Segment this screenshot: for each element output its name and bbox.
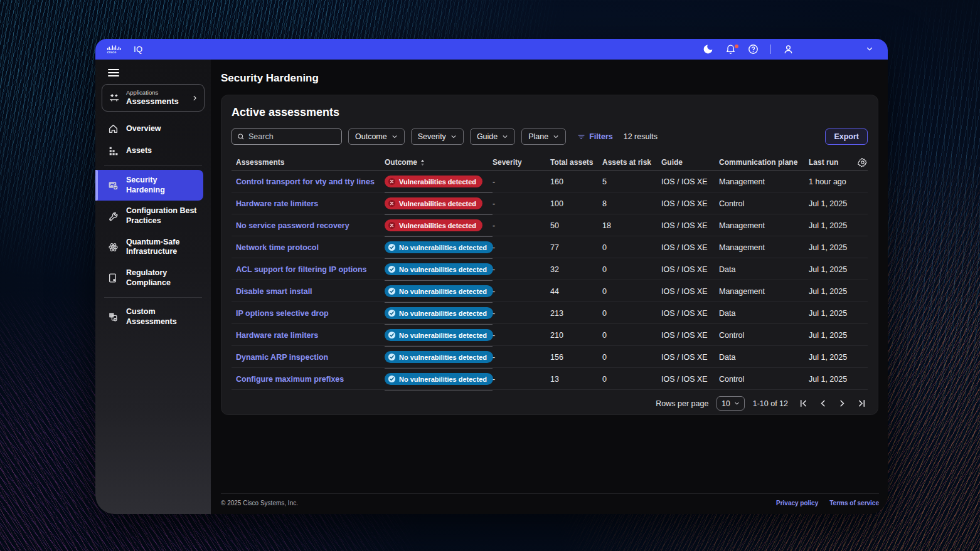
sidebar-item-assets[interactable]: Assets bbox=[95, 140, 203, 162]
prev-page-button[interactable] bbox=[818, 399, 828, 408]
outcome-badge: No vulnerabilities detected bbox=[385, 307, 493, 319]
table-row: No service password recovery Vulnerabili… bbox=[232, 214, 868, 236]
outcome-badge: Vulnerabilities detected bbox=[385, 219, 482, 231]
assessment-link[interactable]: Network time protocol bbox=[236, 243, 319, 252]
outcome-badge-label: No vulnerabilities detected bbox=[399, 375, 487, 383]
sidebar-item-quantum-safe-infrastructure[interactable]: Quantum-Safe Infrastructure bbox=[95, 232, 203, 263]
outcome-badge: Vulnerabilities detected bbox=[385, 197, 482, 209]
doc-icon bbox=[108, 273, 119, 283]
help-icon[interactable] bbox=[748, 44, 759, 55]
sidebar-item-regulatory-compliance[interactable]: Regulatory Compliance bbox=[95, 263, 203, 293]
total-assets-cell: 213 bbox=[550, 309, 602, 318]
total-assets-cell: 156 bbox=[550, 353, 602, 362]
atom-icon bbox=[108, 242, 119, 253]
severity-cell: - bbox=[493, 353, 550, 362]
column-header-communication-plane[interactable]: Communication plane bbox=[719, 158, 809, 167]
assessment-link[interactable]: Disable smart install bbox=[236, 287, 312, 296]
guide-cell: IOS / IOS XE bbox=[661, 243, 719, 252]
assets-at-risk-cell: 0 bbox=[602, 375, 661, 384]
user-account-icon[interactable] bbox=[783, 44, 794, 55]
assessment-link[interactable]: Hardware rate limiters bbox=[236, 331, 318, 340]
outcome-badge-label: No vulnerabilities detected bbox=[399, 244, 487, 251]
sidebar-item-overview[interactable]: Overview bbox=[95, 118, 203, 140]
last-page-button[interactable] bbox=[857, 399, 866, 408]
page-size-value: 10 bbox=[722, 399, 730, 408]
column-header-total-assets[interactable]: Total assets bbox=[550, 158, 602, 167]
sidebar-nav: OverviewAssetsSecurity HardeningConfigur… bbox=[95, 118, 211, 332]
sidebar-item-custom-assessments[interactable]: Custom Assessments bbox=[95, 302, 203, 332]
assets-at-risk-cell: 0 bbox=[602, 265, 661, 274]
last-run-cell: Jul 1, 2025 bbox=[809, 243, 851, 252]
column-header-guide[interactable]: Guide bbox=[661, 158, 719, 167]
search-input[interactable] bbox=[248, 132, 336, 141]
hamburger-menu-icon[interactable] bbox=[108, 69, 119, 76]
copyright-text: © 2025 Cisco Systems, Inc. bbox=[221, 500, 298, 506]
total-assets-cell: 210 bbox=[550, 331, 602, 340]
column-header-assets-at-risk[interactable]: Assets at risk bbox=[602, 158, 661, 167]
plane-dropdown[interactable]: Plane bbox=[521, 129, 566, 145]
total-assets-cell: 100 bbox=[550, 199, 602, 208]
column-header-last-run[interactable]: Last run bbox=[809, 158, 851, 167]
privacy-policy-link[interactable]: Privacy policy bbox=[776, 500, 818, 506]
communication-plane-cell: Data bbox=[719, 309, 809, 318]
total-assets-cell: 44 bbox=[550, 287, 602, 296]
table-row: ACL support for filtering IP options No … bbox=[232, 258, 868, 280]
page-size-select[interactable]: 10 bbox=[716, 396, 744, 411]
guide-dropdown[interactable]: Guide bbox=[470, 129, 515, 145]
outcome-badge: No vulnerabilities detected bbox=[385, 285, 493, 297]
assets-at-risk-cell: 5 bbox=[602, 177, 661, 186]
assessment-link[interactable]: Dynamic ARP inspection bbox=[236, 353, 328, 362]
theme-moon-icon[interactable] bbox=[703, 44, 713, 55]
assessment-link[interactable]: No service password recovery bbox=[236, 221, 349, 230]
outcome-badge-icon bbox=[388, 375, 396, 383]
severity-dropdown[interactable]: Severity bbox=[411, 129, 464, 145]
terms-of-service-link[interactable]: Terms of service bbox=[829, 500, 879, 506]
assets-at-risk-cell: 18 bbox=[602, 221, 661, 230]
column-header-assessments[interactable]: Assessments bbox=[232, 158, 385, 167]
cisco-logo-icon bbox=[107, 44, 128, 55]
outcome-badge: No vulnerabilities detected bbox=[385, 263, 493, 275]
last-run-cell: Jul 1, 2025 bbox=[809, 375, 851, 384]
notification-dot bbox=[735, 45, 738, 48]
outcome-badge-label: No vulnerabilities detected bbox=[399, 266, 487, 273]
last-run-cell: Jul 1, 2025 bbox=[809, 287, 851, 296]
outcome-badge: No vulnerabilities detected bbox=[385, 373, 493, 385]
chevron-down-icon bbox=[391, 134, 398, 140]
assessment-link[interactable]: IP options selective drop bbox=[236, 309, 329, 318]
export-button[interactable]: Export bbox=[825, 129, 868, 145]
pagination: Rows per page 10 1-10 of 12 bbox=[232, 396, 868, 411]
assets-at-risk-cell: 0 bbox=[602, 243, 661, 252]
assessment-link[interactable]: Configure maximum prefixes bbox=[236, 375, 344, 384]
app-selector-category: Applications bbox=[126, 89, 186, 97]
sidebar-item-configuration-best-practices[interactable]: Configuration Best Practices bbox=[95, 201, 203, 231]
total-assets-cell: 77 bbox=[550, 243, 602, 252]
last-run-cell: Jul 1, 2025 bbox=[809, 199, 851, 208]
column-settings-gear-icon[interactable] bbox=[858, 157, 868, 167]
guide-cell: IOS / IOS XE bbox=[661, 375, 719, 384]
table-row: IP options selective drop No vulnerabili… bbox=[232, 302, 868, 324]
column-header-severity[interactable]: Severity bbox=[493, 158, 550, 167]
sidebar-item-label: Regulatory Compliance bbox=[126, 268, 197, 288]
filters-label: Filters bbox=[589, 132, 613, 141]
notifications-bell-icon[interactable] bbox=[725, 44, 736, 55]
sidebar-item-security-hardening[interactable]: Security Hardening bbox=[95, 170, 203, 201]
column-header-outcome[interactable]: Outcome bbox=[385, 158, 493, 167]
assets-at-risk-cell: 0 bbox=[602, 287, 661, 296]
app-selector[interactable]: Applications Assessments bbox=[102, 84, 205, 112]
first-page-button[interactable] bbox=[799, 399, 808, 408]
chevron-down-icon bbox=[553, 134, 559, 140]
assessment-link[interactable]: Hardware rate limiters bbox=[236, 199, 318, 208]
table-row: Configure maximum prefixes No vulnerabil… bbox=[232, 368, 868, 390]
table-row: Control transport for vty and tty lines … bbox=[232, 171, 868, 192]
assessment-link[interactable]: ACL support for filtering IP options bbox=[236, 265, 367, 274]
last-run-cell: Jul 1, 2025 bbox=[809, 309, 851, 318]
severity-cell: - bbox=[493, 199, 550, 208]
filters-toggle[interactable]: Filters bbox=[577, 132, 613, 141]
outcome-badge-icon bbox=[388, 177, 396, 186]
next-page-button[interactable] bbox=[838, 399, 847, 408]
rows-per-page-label: Rows per page bbox=[656, 399, 708, 408]
outcome-dropdown[interactable]: Outcome bbox=[348, 129, 405, 145]
active-assessments-card: Active assessments OutcomeSeverityGuideP… bbox=[221, 95, 878, 415]
window-chevron-down-icon[interactable] bbox=[866, 44, 876, 55]
assessment-link[interactable]: Control transport for vty and tty lines bbox=[236, 177, 375, 186]
